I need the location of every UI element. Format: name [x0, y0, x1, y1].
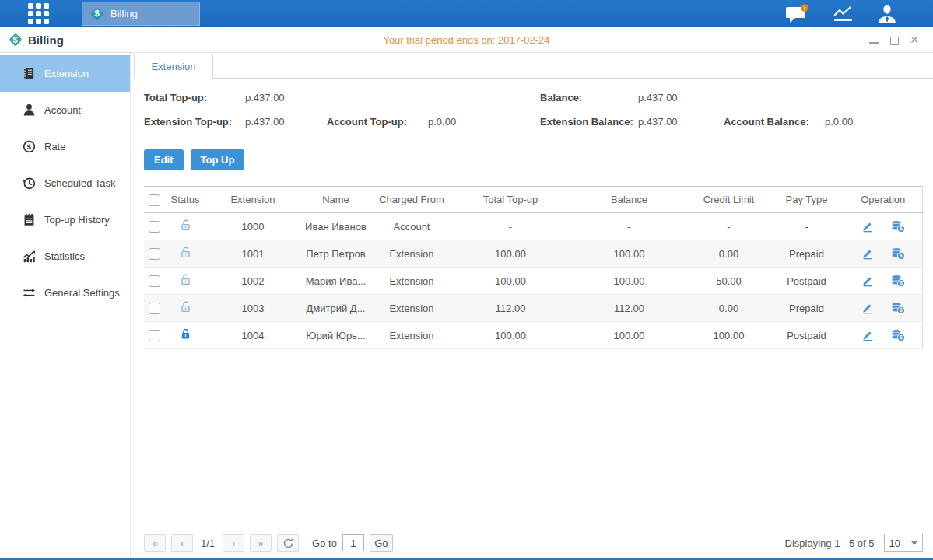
pagination-bar: « ‹ 1/1 › » Go to Go Di — [144, 531, 923, 555]
empty-area — [131, 349, 933, 531]
billing-diamond-icon: $ — [89, 6, 104, 21]
edit-pencil-icon[interactable] — [861, 302, 874, 314]
dollar-circle-icon: $ — [23, 140, 36, 153]
table-row[interactable]: 1000 Иван Иванов Account - - - - — [144, 213, 922, 240]
col-credit-limit[interactable]: Credit Limit — [689, 187, 769, 213]
unlocked-icon[interactable] — [179, 250, 192, 261]
edit-pencil-icon[interactable] — [861, 329, 874, 341]
window-controls: ✕ — [869, 34, 919, 45]
balance-cell: 100.00 — [570, 322, 689, 349]
balance-value: p.437.00 — [638, 92, 678, 103]
col-extension[interactable]: Extension — [206, 187, 300, 213]
col-name[interactable]: Name — [300, 187, 372, 213]
summary-panel: Total Top-up: p.437.00 Balance: p.437.00… — [144, 89, 923, 139]
app-launcher-icon[interactable] — [28, 3, 49, 24]
next-page-button[interactable]: › — [223, 534, 244, 552]
edit-pencil-icon[interactable] — [861, 220, 874, 233]
tab-extension[interactable]: Extension — [134, 54, 213, 79]
sidebar-item-label: Statistics — [44, 250, 85, 262]
close-icon[interactable]: ✕ — [910, 34, 919, 45]
table-row[interactable]: 1004 Юрий Юрь... Extension 100.00 100.00… — [144, 322, 922, 349]
credit-limit-cell: 0.00 — [689, 295, 769, 322]
name-cell: Мария Ива... — [300, 268, 372, 295]
sidebar-item-extension[interactable]: Extension — [0, 55, 130, 92]
row-checkbox[interactable] — [149, 303, 160, 314]
person-icon — [23, 103, 36, 117]
col-operation[interactable]: Operation — [844, 187, 922, 213]
topup-coins-icon[interactable]: $ — [891, 220, 905, 233]
account-topup-value: p.0.00 — [428, 116, 456, 128]
topbar-icons: ! — [785, 4, 897, 23]
col-pay-type[interactable]: Pay Type — [769, 187, 844, 213]
credit-limit-cell: 0.00 — [689, 240, 769, 268]
goto-page-input[interactable] — [342, 534, 364, 551]
edit-pencil-icon[interactable] — [861, 275, 874, 287]
select-all-checkbox[interactable] — [149, 194, 160, 206]
col-total-topup[interactable]: Total Top-up — [451, 187, 570, 213]
sidebar-item-rate[interactable]: $ Rate — [0, 128, 130, 165]
extension-balance-value: p.437.00 — [638, 116, 678, 128]
row-checkbox[interactable] — [149, 248, 160, 260]
minimize-icon[interactable] — [869, 34, 879, 45]
refresh-button[interactable] — [277, 534, 299, 552]
messages-icon[interactable]: ! — [785, 4, 809, 23]
table-row[interactable]: 1003 Дмитрий Д... Extension 112.00 112.0… — [144, 295, 922, 322]
total-topup-cell: 112.00 — [451, 295, 570, 322]
locked-icon[interactable] — [179, 331, 192, 343]
sidebar-item-general-settings[interactable]: General Settings — [0, 275, 130, 311]
row-checkbox[interactable] — [149, 330, 160, 341]
page-size-value: 10 — [889, 537, 900, 549]
account-topup-label: Account Top-up: — [327, 116, 407, 128]
go-button[interactable]: Go — [370, 534, 393, 552]
table-row[interactable]: 1001 Петр Петров Extension 100.00 100.00… — [144, 240, 922, 268]
extension-cell: 1002 — [206, 268, 300, 295]
user-account-icon[interactable] — [877, 4, 897, 23]
topup-coins-icon[interactable]: $ — [891, 247, 905, 260]
account-balance-label: Account Balance: — [724, 116, 809, 128]
topup-coins-icon[interactable]: $ — [891, 302, 905, 314]
col-charged-from[interactable]: Charged From — [372, 187, 451, 213]
col-status[interactable]: Status — [164, 187, 206, 213]
pay-type-cell: Postpaid — [769, 268, 844, 295]
extension-balance-label: Extension Balance: — [540, 116, 633, 128]
tab-strip: Extension — [134, 53, 933, 79]
trial-notice: Your trial period ends on: 2017-02-24 — [0, 34, 933, 46]
sidebar-item-statistics[interactable]: Statistics — [0, 238, 130, 275]
unlocked-icon[interactable] — [179, 304, 192, 316]
sidebar: Extension Account $ Rate — [0, 53, 131, 558]
name-cell: Петр Петров — [300, 240, 372, 268]
sidebar-item-label: Scheduled Task — [44, 177, 116, 189]
topup-coins-icon[interactable]: $ — [891, 329, 905, 341]
topbar-tab-billing[interactable]: $ Billing — [82, 2, 200, 26]
extension-topup-label: Extension Top-up: — [144, 116, 232, 128]
window-title-text: Billing — [28, 33, 64, 47]
topup-button[interactable]: Top Up — [191, 149, 245, 170]
col-balance[interactable]: Balance — [570, 187, 689, 213]
topup-coins-icon[interactable]: $ — [891, 275, 905, 287]
edit-button[interactable]: Edit — [144, 149, 184, 170]
sidebar-item-topup-history[interactable]: Top-up History — [0, 201, 130, 238]
sidebar-item-account[interactable]: Account — [0, 92, 130, 128]
extension-table: Status Extension Name Charged From Total… — [144, 186, 923, 349]
maximize-icon[interactable] — [890, 34, 899, 45]
balance-label: Balance: — [540, 92, 582, 103]
reports-chart-icon[interactable] — [833, 5, 854, 23]
select-all-header[interactable] — [144, 187, 164, 213]
row-checkbox[interactable] — [149, 221, 160, 233]
prev-page-button[interactable]: ‹ — [171, 534, 193, 552]
sidebar-item-label: Top-up History — [44, 214, 110, 226]
extension-cell: 1001 — [206, 240, 300, 268]
pay-type-cell: Prepaid — [769, 295, 844, 322]
svg-text:$: $ — [900, 281, 903, 287]
svg-text:$: $ — [900, 226, 903, 233]
first-page-button[interactable]: « — [144, 534, 166, 552]
unlocked-icon[interactable] — [179, 222, 192, 234]
page-size-select[interactable]: 10 — [884, 534, 923, 552]
table-row[interactable]: 1002 Мария Ива... Extension 100.00 100.0… — [144, 268, 922, 295]
balance-cell: - — [570, 213, 689, 240]
last-page-button[interactable]: » — [250, 534, 272, 552]
sidebar-item-scheduled-task[interactable]: Scheduled Task — [0, 165, 130, 201]
edit-pencil-icon[interactable] — [861, 247, 874, 260]
row-checkbox[interactable] — [149, 275, 160, 287]
unlocked-icon[interactable] — [179, 277, 192, 289]
